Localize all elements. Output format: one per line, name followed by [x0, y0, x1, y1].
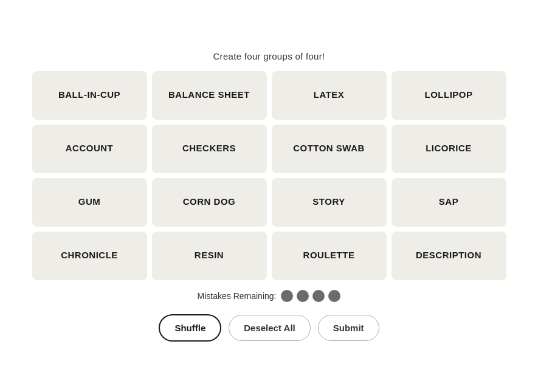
shuffle-button[interactable]: Shuffle	[159, 314, 221, 342]
grid-cell-label-sap: SAP	[439, 196, 458, 208]
grid-cell-resin[interactable]: RESIN	[152, 232, 267, 280]
mistake-dot-1	[281, 290, 293, 302]
grid-cell-ball-in-cup[interactable]: BALL-IN-CUP	[32, 71, 147, 120]
mistakes-row: Mistakes Remaining:	[198, 290, 341, 302]
grid-cell-label-account: ACCOUNT	[66, 143, 114, 154]
grid-cell-label-cotton-swab: COTTON SWAB	[293, 143, 365, 154]
grid-cell-label-corn-dog: CORN DOG	[183, 196, 236, 208]
buttons-row: Shuffle Deselect All Submit	[159, 314, 379, 342]
grid-cell-sap[interactable]: SAP	[391, 178, 506, 227]
grid-cell-checkers[interactable]: CHECKERS	[152, 125, 267, 173]
grid-cell-label-latex: LATEX	[314, 89, 345, 101]
grid-cell-latex[interactable]: LATEX	[272, 71, 387, 120]
grid-cell-label-gum: GUM	[78, 196, 101, 208]
grid-cell-chronicle[interactable]: CHRONICLE	[32, 232, 147, 280]
game-container: Create four groups of four! BALL-IN-CUPB…	[20, 39, 519, 354]
grid-cell-licorice[interactable]: LICORICE	[391, 125, 506, 173]
grid-cell-cotton-swab[interactable]: COTTON SWAB	[272, 125, 387, 173]
grid-cell-account[interactable]: ACCOUNT	[32, 125, 147, 173]
grid-cell-roulette[interactable]: ROULETTE	[272, 232, 387, 280]
deselect-all-button[interactable]: Deselect All	[229, 315, 311, 341]
grid-cell-label-chronicle: CHRONICLE	[61, 250, 118, 261]
grid-cell-description[interactable]: DESCRIPTION	[391, 232, 506, 280]
grid-cell-label-description: DESCRIPTION	[416, 250, 481, 261]
grid-cell-label-ball-in-cup: BALL-IN-CUP	[58, 89, 120, 101]
grid-cell-balance-sheet[interactable]: BALANCE SHEET	[152, 71, 267, 120]
mistakes-dots	[281, 290, 340, 302]
grid-cell-label-story: STORY	[312, 196, 345, 208]
grid-cell-label-balance-sheet: BALANCE SHEET	[168, 89, 250, 101]
subtitle: Create four groups of four!	[213, 51, 325, 61]
mistake-dot-2	[297, 290, 309, 302]
grid-cell-label-roulette: ROULETTE	[303, 250, 355, 261]
submit-button[interactable]: Submit	[318, 315, 379, 341]
word-grid: BALL-IN-CUPBALANCE SHEETLATEXLOLLIPOPACC…	[32, 71, 506, 280]
mistake-dot-4	[328, 290, 340, 302]
grid-cell-corn-dog[interactable]: CORN DOG	[152, 178, 267, 227]
mistakes-label: Mistakes Remaining:	[198, 291, 277, 301]
grid-cell-label-checkers: CHECKERS	[182, 143, 236, 154]
grid-cell-label-resin: RESIN	[195, 250, 224, 261]
grid-cell-label-lollipop: LOLLIPOP	[425, 89, 473, 101]
grid-cell-lollipop[interactable]: LOLLIPOP	[391, 71, 506, 120]
grid-cell-story[interactable]: STORY	[272, 178, 387, 227]
mistake-dot-3	[312, 290, 325, 302]
grid-cell-label-licorice: LICORICE	[426, 143, 472, 154]
grid-cell-gum[interactable]: GUM	[32, 178, 147, 227]
